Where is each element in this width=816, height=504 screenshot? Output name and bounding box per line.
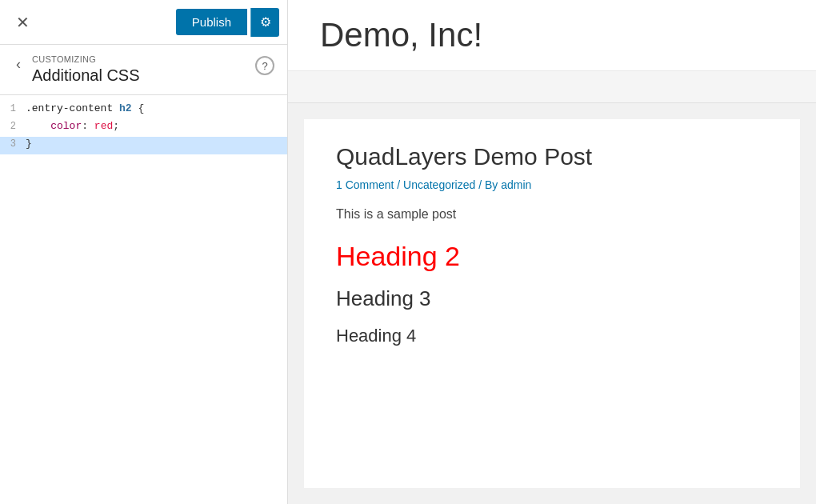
heading-3: Heading 3 (336, 286, 768, 311)
help-button[interactable]: ? (255, 56, 274, 75)
heading-2: Heading 2 (336, 241, 768, 272)
code-line-3: 3 } (0, 137, 287, 154)
post-title: QuadLayers Demo Post (336, 143, 768, 170)
top-bar: ✕ Publish ⚙ (0, 0, 287, 45)
line-number-3: 3 (0, 138, 26, 150)
main-content: QuadLayers Demo Post 1 Comment / Uncateg… (304, 119, 800, 488)
post-excerpt: This is a sample post (336, 207, 768, 222)
post-meta: 1 Comment / Uncategorized / By admin (336, 178, 768, 191)
line-number-2: 2 (0, 121, 26, 132)
customizing-label: Customizing (32, 54, 247, 64)
publish-area: Publish ⚙ (176, 8, 279, 37)
section-title: Additional CSS (32, 66, 247, 85)
line-number-1: 1 (0, 103, 26, 114)
breadcrumb-bar: ‹ Customizing Additional CSS ? (0, 45, 287, 95)
line-content-2: color: red; (26, 120, 287, 132)
css-code-editor[interactable]: 1 .entry-content h2 { 2 color: red; 3 } (0, 95, 287, 504)
code-line-2: 2 color: red; (0, 119, 287, 137)
nav-bar (288, 71, 816, 103)
settings-button[interactable]: ⚙ (250, 8, 279, 37)
close-button[interactable]: ✕ (8, 8, 37, 37)
site-title: Demo, Inc! (320, 16, 784, 54)
site-header: Demo, Inc! (288, 0, 816, 71)
heading-4: Heading 4 (336, 326, 768, 346)
code-line-1: 1 .entry-content h2 { (0, 102, 287, 119)
publish-button[interactable]: Publish (176, 9, 247, 35)
breadcrumb-text: Customizing Additional CSS (32, 54, 247, 85)
line-content-3: } (26, 138, 287, 150)
code-lines: 1 .entry-content h2 { 2 color: red; 3 } (0, 95, 287, 161)
preview-panel: Demo, Inc! QuadLayers Demo Post 1 Commen… (288, 0, 816, 504)
line-content-1: .entry-content h2 { (26, 102, 287, 114)
customizer-panel: ✕ Publish ⚙ ‹ Customizing Additional CSS… (0, 0, 288, 504)
back-button[interactable]: ‹ (13, 56, 24, 73)
